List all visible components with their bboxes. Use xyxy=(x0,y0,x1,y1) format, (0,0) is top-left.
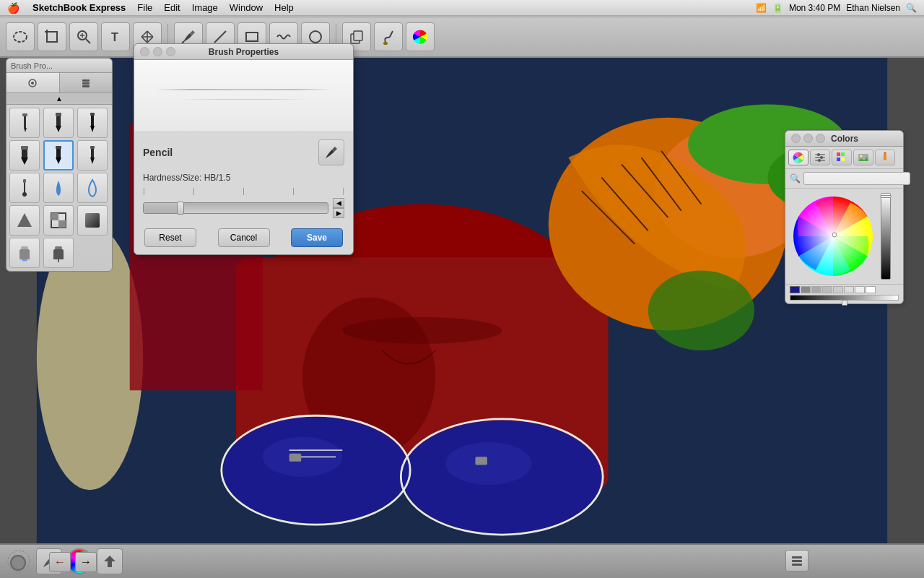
svg-rect-49 xyxy=(82,79,90,82)
svg-marker-53 xyxy=(24,128,27,132)
swatch-gray3[interactable] xyxy=(822,286,832,293)
dialog-titlebar: Brush Properties xyxy=(134,44,353,60)
svg-point-41 xyxy=(310,31,321,43)
gradient-thumb[interactable] xyxy=(842,300,847,306)
brightness-thumb[interactable] xyxy=(880,195,892,198)
color-tab-image[interactable] xyxy=(853,150,873,165)
color-tab-palette[interactable] xyxy=(832,150,852,165)
dialog-close[interactable] xyxy=(140,47,149,56)
brush-icon-button[interactable] xyxy=(318,139,344,165)
selected-color-swatch[interactable] xyxy=(790,286,800,293)
brush-item-pen2[interactable] xyxy=(43,108,74,138)
svg-text:T: T xyxy=(111,31,118,43)
svg-point-19 xyxy=(648,271,754,350)
svg-rect-69 xyxy=(90,146,95,149)
svg-rect-66 xyxy=(56,146,61,149)
layers-tab[interactable] xyxy=(60,73,113,92)
brush-item-water[interactable] xyxy=(77,173,108,203)
brush-item-gradient[interactable] xyxy=(77,205,108,236)
color-tab-crayons[interactable] xyxy=(875,150,895,165)
text-tool[interactable]: T xyxy=(101,22,130,51)
hardness-slider-track[interactable] xyxy=(143,202,328,214)
svg-rect-76 xyxy=(58,220,66,228)
brush-item-round1[interactable] xyxy=(9,173,40,203)
brush-item-pen1[interactable] xyxy=(9,108,40,138)
gradient-bar[interactable] xyxy=(790,295,899,301)
svg-point-87 xyxy=(820,156,823,159)
redo-button[interactable]: → xyxy=(75,552,97,572)
swatch-gray6[interactable] xyxy=(855,286,865,293)
slider-thumb[interactable] xyxy=(177,202,184,215)
save-button[interactable]: Save xyxy=(291,228,343,247)
svg-point-71 xyxy=(22,192,27,197)
brushes-tab[interactable] xyxy=(6,73,60,92)
lasso-tool[interactable] xyxy=(6,22,35,51)
dialog-maximize[interactable] xyxy=(166,47,175,56)
slider-increase[interactable]: ▶ xyxy=(333,208,344,218)
brush-item-drop[interactable] xyxy=(43,173,74,203)
preview-stroke-2 xyxy=(178,99,310,100)
brush-item-pen3[interactable] xyxy=(77,108,108,138)
brush-item-chisel1[interactable] xyxy=(9,140,40,171)
dialog-traffic-lights xyxy=(140,47,175,56)
brush-item-chisel3[interactable] xyxy=(77,140,108,171)
svg-rect-105 xyxy=(792,560,802,562)
bottom-toolbar: ← → xyxy=(0,543,924,578)
svg-rect-75 xyxy=(51,213,58,220)
undo-button[interactable]: ← xyxy=(49,552,71,572)
color-tab-sliders[interactable] xyxy=(810,150,830,165)
search-icon[interactable]: 🔍 xyxy=(906,3,917,13)
color-tab-wheel[interactable] xyxy=(788,150,808,165)
apple-menu[interactable]: 🍎 xyxy=(7,2,19,14)
svg-marker-103 xyxy=(104,556,116,567)
app-name[interactable]: SketchBook Express xyxy=(27,2,131,13)
brush-item-triangle[interactable] xyxy=(9,205,40,236)
edit-menu[interactable]: Edit xyxy=(158,2,186,13)
collapse-button[interactable]: ▲ xyxy=(6,93,112,105)
bottom-arrow-tool[interactable] xyxy=(97,548,123,574)
svg-rect-60 xyxy=(90,113,95,116)
swatch-gray5[interactable] xyxy=(844,286,854,293)
svg-rect-90 xyxy=(841,152,845,156)
svg-marker-96 xyxy=(884,152,886,153)
zoom-tool[interactable] xyxy=(69,22,98,51)
color-wheel[interactable] xyxy=(790,193,876,280)
colors-search-icon: 🔍 xyxy=(790,173,801,184)
brush-item-bucket1[interactable] xyxy=(9,238,40,268)
cancel-button[interactable]: Cancel xyxy=(218,228,270,247)
reset-button[interactable]: Reset xyxy=(144,228,196,247)
swatch-white[interactable] xyxy=(866,286,876,293)
colors-panel-controls xyxy=(791,134,825,143)
brightness-slider[interactable] xyxy=(881,193,891,280)
colors-maximize[interactable] xyxy=(816,134,825,143)
slider-arrows: ◀ ▶ xyxy=(333,198,344,218)
colors-search-input[interactable] xyxy=(803,172,910,185)
layers-button[interactable] xyxy=(785,550,808,571)
swatch-gray4[interactable] xyxy=(833,286,843,293)
dialog-minimize[interactable] xyxy=(153,47,162,56)
swatch-gray1[interactable] xyxy=(801,286,811,293)
brush-item-square[interactable] xyxy=(43,205,74,236)
brush-item-chisel2[interactable] xyxy=(43,140,74,171)
svg-rect-89 xyxy=(837,152,840,156)
svg-rect-80 xyxy=(55,246,62,249)
brush-item-bucket2[interactable] xyxy=(43,238,74,268)
window-menu[interactable]: Window xyxy=(224,2,269,13)
color-picker-tool[interactable] xyxy=(406,22,435,51)
image-menu[interactable]: Image xyxy=(186,2,224,13)
crop-tool[interactable] xyxy=(38,22,66,51)
colors-minimize[interactable] xyxy=(803,134,813,143)
colors-close[interactable] xyxy=(791,134,801,143)
brush-preview-area xyxy=(134,60,353,132)
brush-settings-tool[interactable] xyxy=(374,22,403,51)
svg-rect-78 xyxy=(21,246,28,249)
colors-panel-titlebar: Colors xyxy=(785,131,903,147)
swatch-gray2[interactable] xyxy=(811,286,821,293)
svg-marker-73 xyxy=(17,213,32,227)
slider-decrease[interactable]: ◀ xyxy=(333,198,344,208)
menu-bar: 🍎 SketchBook Express File Edit Image Win… xyxy=(0,0,924,16)
file-menu[interactable]: File xyxy=(131,2,158,13)
help-menu[interactable]: Help xyxy=(269,2,300,13)
undo-redo-area: ← → xyxy=(49,552,97,572)
brush-panel-title: Brush Pro... xyxy=(11,61,53,70)
